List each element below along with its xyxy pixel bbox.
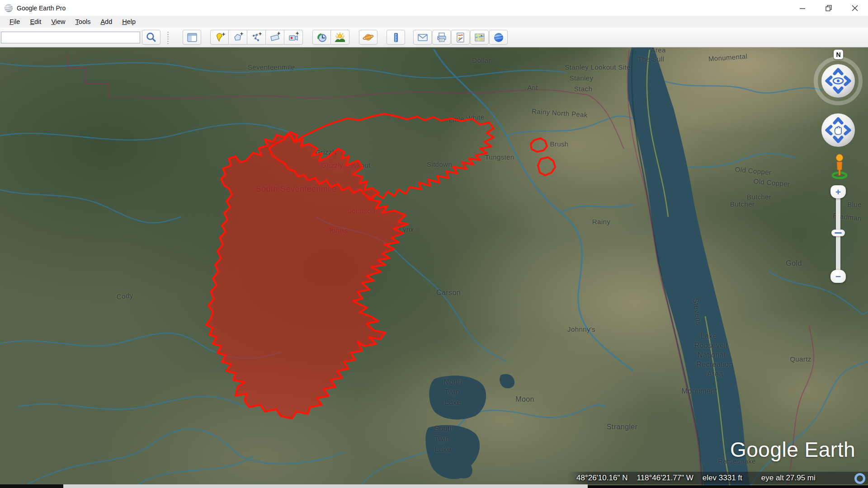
- streaming-progress-icon: [854, 473, 865, 484]
- status-elevation: elev 3331 ft: [703, 474, 742, 483]
- record-tour-button[interactable]: +: [284, 30, 303, 45]
- search-input[interactable]: [1, 32, 140, 43]
- create-tools-group: + + + +: [210, 30, 303, 45]
- app-globe-icon: [4, 4, 13, 13]
- status-latitude: 48°26'10.16" N: [576, 474, 627, 483]
- save-image-button[interactable]: [451, 30, 470, 45]
- add-image-overlay-button[interactable]: +: [266, 30, 284, 45]
- planets-button[interactable]: [359, 30, 377, 45]
- menu-edit[interactable]: Edit: [25, 17, 46, 26]
- toolbar-separator: [167, 31, 169, 44]
- minimize-icon: [799, 5, 806, 11]
- close-button[interactable]: [842, 0, 868, 16]
- toolbar: + + + +: [0, 28, 868, 47]
- ruler-button[interactable]: [387, 30, 405, 45]
- fire-spot-b: [538, 157, 555, 175]
- menu-tools[interactable]: Tools: [71, 17, 96, 26]
- menu-file[interactable]: File: [5, 17, 25, 26]
- email-button[interactable]: [413, 30, 432, 45]
- earth-web-button[interactable]: [489, 30, 508, 45]
- print-button[interactable]: [432, 30, 451, 45]
- title-bar: Google Earth Pro: [0, 0, 868, 16]
- restore-button[interactable]: [816, 0, 842, 16]
- google-maps-icon: [474, 32, 486, 43]
- polygon-icon: +: [232, 32, 244, 43]
- menu-bar: File Edit View Tools Add Help: [0, 16, 868, 28]
- search-icon: [146, 32, 157, 43]
- image-overlay-icon: +: [269, 32, 281, 43]
- search-button[interactable]: [142, 30, 160, 45]
- path-icon: +: [250, 32, 262, 43]
- record-tour-icon: +: [288, 32, 299, 43]
- bottom-edge: [63, 484, 588, 488]
- move-joystick[interactable]: [821, 113, 856, 148]
- email-icon: [417, 32, 429, 43]
- svg-text:+: +: [277, 32, 280, 37]
- earth-web-icon: [493, 32, 505, 43]
- pegman-icon[interactable]: [830, 153, 849, 180]
- svg-text:+: +: [240, 32, 243, 37]
- restore-icon: [826, 5, 832, 11]
- save-image-icon: [455, 32, 467, 43]
- window-title: Google Earth Pro: [17, 5, 66, 12]
- google-earth-logo: Google Earth: [730, 437, 855, 462]
- zoom-in-button[interactable]: +: [830, 185, 846, 198]
- add-polygon-button[interactable]: +: [229, 30, 247, 45]
- historical-imagery-icon: [316, 32, 328, 43]
- view-in-google-maps-button[interactable]: [470, 30, 489, 45]
- bottom-edge-left: [0, 484, 63, 488]
- svg-text:+: +: [259, 32, 262, 37]
- menu-help[interactable]: Help: [117, 17, 141, 26]
- toggle-sidebar-button[interactable]: [183, 30, 201, 45]
- map-viewport[interactable]: SeventeenmileDollarAreaStanley Lookout S…: [0, 0, 868, 488]
- status-longitude: 118°46'21.77" W: [637, 474, 693, 483]
- time-light-group: [312, 30, 349, 45]
- status-eye-altitude: eye alt 27.95 mi: [761, 474, 816, 483]
- ruler-icon: [390, 32, 402, 43]
- sunlight-button[interactable]: [331, 30, 349, 45]
- add-path-button[interactable]: +: [247, 30, 266, 45]
- add-placemark-button[interactable]: +: [210, 30, 229, 45]
- menu-view[interactable]: View: [46, 17, 70, 26]
- bottom-edge-right: [588, 485, 868, 488]
- fire-spot-a: [531, 138, 547, 152]
- saturn-icon: [362, 31, 374, 43]
- fire-perimeter-layer: [0, 0, 868, 488]
- fire-polygon-filled: [206, 132, 408, 418]
- minimize-button[interactable]: [789, 0, 816, 16]
- print-icon: [436, 32, 448, 43]
- status-bar: 48°26'10.16" N 118°46'21.77" W elev 3331…: [567, 472, 868, 484]
- hand-icon: [835, 127, 841, 135]
- placemark-icon: +: [214, 32, 226, 43]
- zoom-handle[interactable]: [831, 230, 845, 236]
- look-joystick[interactable]: [821, 63, 856, 99]
- sunlight-icon: [334, 32, 346, 43]
- google-earth-window: SeventeenmileDollarAreaStanley Lookout S…: [0, 0, 868, 488]
- svg-text:+: +: [222, 32, 225, 38]
- north-indicator[interactable]: N: [834, 50, 843, 59]
- historical-imagery-button[interactable]: [312, 30, 331, 45]
- menu-add[interactable]: Add: [95, 17, 117, 26]
- sidebar-icon: [187, 32, 198, 43]
- close-icon: [852, 5, 858, 11]
- zoom-out-button[interactable]: −: [830, 270, 846, 283]
- svg-text:+: +: [296, 32, 299, 37]
- zoom-slider[interactable]: + −: [830, 185, 846, 283]
